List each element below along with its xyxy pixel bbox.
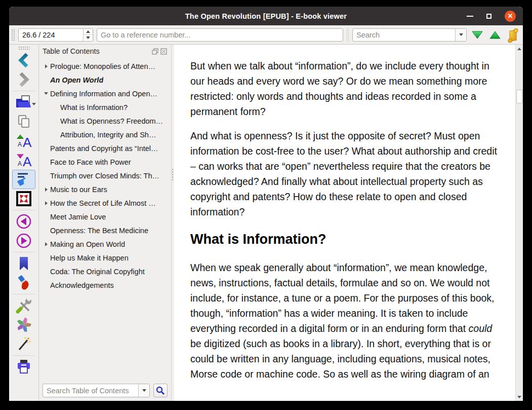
chevron-down-icon [142, 389, 146, 392]
toc-item[interactable]: Coda: The Original Copyfight [39, 265, 171, 278]
toc-toggle-button[interactable]: ☛ [12, 170, 35, 189]
window-controls: ✕ [467, 7, 516, 25]
toc-item[interactable]: Triumph over Closed Minds: Th… [39, 169, 171, 182]
chevron-up-icon [86, 30, 90, 33]
toc-item[interactable]: What is Openness? Freedom… [39, 114, 171, 128]
tools-icon [16, 297, 32, 314]
reader-area: But when we talk about “information”, do… [174, 45, 523, 401]
highlight-button[interactable] [12, 273, 35, 292]
toolbar-separator [13, 91, 35, 91]
toc-item[interactable]: Attribution, Integrity and Sh… [39, 128, 171, 141]
ebook-viewer-window: The Open Revolution [EPUB] - E-book view… [9, 7, 523, 401]
next-section-button[interactable] [12, 231, 35, 250]
print-button[interactable] [12, 357, 35, 377]
decrease-font-button[interactable]: AA [12, 151, 35, 170]
search-next-button[interactable] [470, 27, 484, 43]
expand-arrow-icon[interactable] [42, 64, 50, 68]
toc-search-dropdown-button[interactable] [138, 384, 149, 397]
top-toolbar [9, 25, 523, 45]
toc-item[interactable]: Meet Jamie Love [39, 210, 171, 223]
toc-item[interactable]: What is Information? [39, 100, 171, 114]
toc-item[interactable]: Help us Make it Happen [39, 251, 171, 265]
green-up-arrow-icon [489, 30, 501, 40]
fullscreen-button[interactable] [12, 189, 35, 208]
chevron-down-icon [517, 396, 521, 398]
actions-toolbar-drag-handle[interactable] [18, 46, 29, 50]
increase-font-icon: AA [15, 133, 32, 148]
forward-button[interactable] [12, 70, 35, 89]
toc-item[interactable]: Patents and Copyright as “Intel… [39, 141, 171, 155]
forward-icon [16, 71, 31, 88]
toc-item[interactable]: Prologue: Monopolies of Atten… [39, 59, 171, 73]
page-position-input[interactable] [19, 29, 83, 41]
copy-icon [16, 114, 31, 129]
bookmark-icon [18, 256, 30, 271]
minimize-button[interactable] [467, 16, 473, 17]
chevron-up-icon [517, 48, 521, 50]
reference-mode-button[interactable] [506, 27, 520, 43]
wand-button[interactable] [12, 334, 35, 354]
back-button[interactable] [12, 51, 35, 70]
paragraph: But when we talk about “information”, do… [190, 58, 501, 119]
goto-reference-input[interactable] [97, 29, 343, 41]
copy-button[interactable] [12, 112, 35, 131]
printer-icon [16, 359, 32, 375]
chevron-down-icon [32, 103, 36, 105]
toc-title: Table of Contents [43, 47, 100, 55]
toc-item[interactable]: Face to Face with Power [39, 155, 171, 169]
increase-font-button[interactable]: AA [12, 131, 35, 151]
expand-arrow-icon[interactable] [42, 242, 50, 246]
previous-section-button[interactable] [12, 212, 35, 231]
svg-text:A: A [18, 141, 22, 148]
spin-up-button[interactable] [84, 29, 93, 35]
paragraph-text: When we speak generally about “informati… [190, 262, 495, 334]
decrease-font-icon: AA [15, 153, 32, 168]
open-ebook-icon [15, 95, 32, 110]
preferences-button[interactable] [12, 296, 35, 315]
search-dropdown-button[interactable] [455, 29, 466, 41]
toc-item[interactable]: Music to our Ears [39, 182, 171, 196]
next-section-icon [16, 233, 32, 249]
maximize-button[interactable] [486, 14, 492, 19]
paragraph: When we speak generally about “informati… [190, 260, 501, 382]
collapse-arrow-icon[interactable] [42, 92, 50, 95]
close-icon: ✕ [508, 13, 513, 19]
toc-item[interactable]: Openness: The Best Medicine [39, 223, 171, 237]
metadata-button[interactable] [12, 315, 35, 334]
toc-item-current[interactable]: An Open World [39, 73, 171, 87]
search-input[interactable] [353, 29, 455, 41]
paragraph-text: be digitized (such as books in a library… [190, 338, 491, 380]
spin-down-button[interactable] [84, 35, 93, 41]
toc-item[interactable]: Acknowledgements [39, 278, 171, 292]
expand-arrow-icon[interactable] [42, 201, 50, 205]
toolbar-separator [13, 252, 35, 252]
paragraph: And what is openness? Is it just the opp… [190, 128, 501, 219]
toolbar-separator [13, 355, 35, 356]
scroll-down-button[interactable] [516, 393, 523, 401]
toc-item[interactable]: Making an Open World [39, 237, 171, 251]
search-combobox [352, 28, 467, 42]
search-previous-button[interactable] [488, 27, 502, 43]
svg-text:☛: ☛ [16, 173, 30, 188]
vertical-scrollbar[interactable] [515, 45, 523, 401]
main-area: AA AA ☛ [9, 45, 523, 401]
scrollbar-thumb[interactable] [516, 90, 522, 103]
toc-search-combobox [43, 384, 150, 397]
scroll-up-button[interactable] [516, 45, 523, 53]
bookmarks-button[interactable] [12, 254, 35, 273]
close-button[interactable]: ✕ [505, 11, 516, 22]
open-ebook-button[interactable] [12, 93, 35, 112]
toc-search-button[interactable] [153, 384, 168, 397]
close-panel-button[interactable] [160, 48, 167, 55]
toc-item[interactable]: Defining Information and Open… [39, 87, 171, 100]
previous-section-icon [16, 213, 32, 230]
spinner-buttons [83, 29, 93, 41]
panel-splitter[interactable] [172, 45, 174, 401]
toc-item[interactable]: How the Secret of Life Almost … [39, 196, 171, 210]
search-icon [156, 386, 165, 395]
float-panel-button[interactable] [152, 48, 158, 55]
toolbar-drag-handle[interactable] [11, 29, 15, 41]
expand-arrow-icon[interactable] [42, 188, 50, 192]
toc-search-input[interactable] [43, 384, 138, 397]
svg-text:A: A [23, 154, 32, 168]
